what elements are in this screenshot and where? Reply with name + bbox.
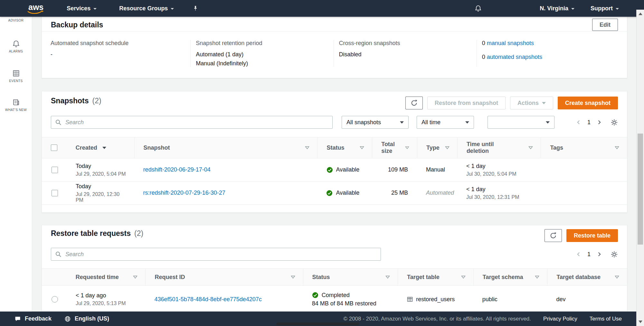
column-header-snapshot[interactable]: Snapshot xyxy=(134,137,317,158)
next-page-button[interactable] xyxy=(596,119,602,125)
column-header-tags[interactable]: Tags xyxy=(541,137,627,158)
nav-region-menu[interactable]: N. Virginia xyxy=(540,5,574,12)
gear-icon xyxy=(611,251,618,258)
nav-resource-groups-menu[interactable]: Resource Groups xyxy=(119,5,174,12)
create-snapshot-button[interactable]: Create snapshot xyxy=(558,97,618,109)
column-header-target-table[interactable]: Target table xyxy=(398,269,473,285)
current-page-number[interactable]: 1 xyxy=(587,119,591,126)
restore-title-group: Restore table requests (2) xyxy=(51,229,143,238)
terms-of-use-link[interactable]: Terms of Use xyxy=(590,316,622,322)
pin-shortcut-button[interactable] xyxy=(193,5,198,11)
sidebar-item-advisor[interactable]: ADVISOR xyxy=(0,19,32,22)
column-header-created[interactable]: Created xyxy=(67,137,134,158)
column-header-target-database[interactable]: Target database xyxy=(547,269,627,285)
deletion-relative: < 1 day xyxy=(466,186,533,193)
created-cell: Today Jul 29, 2020, 12:30 PM xyxy=(67,183,134,203)
snapshot-name-cell: rs:redshift-2020-07-29-16-30-27 xyxy=(134,190,317,196)
restore-table-header: Requested time Request ID Status Target … xyxy=(42,268,627,286)
row-checkbox[interactable] xyxy=(52,190,58,196)
row-select-cell xyxy=(42,190,67,196)
restore-search xyxy=(51,248,381,261)
manual-snapshots-link[interactable]: manual snapshots xyxy=(487,40,534,46)
status-cell: Available xyxy=(317,166,372,173)
horizontal-scrollbar-thumb[interactable] xyxy=(276,322,359,325)
chevron-down-icon xyxy=(616,8,619,10)
previous-page-button[interactable] xyxy=(576,251,582,257)
nav-support-menu[interactable]: Support xyxy=(591,5,619,12)
column-header-request-id[interactable]: Request ID xyxy=(145,269,303,285)
actions-dropdown-button[interactable]: Actions xyxy=(510,97,553,109)
row-select-cell xyxy=(42,296,67,303)
aws-logo-text: aws xyxy=(28,3,43,12)
language-selector[interactable]: English (US) xyxy=(64,315,109,322)
refresh-icon xyxy=(550,232,557,239)
feedback-button[interactable]: Feedback xyxy=(14,315,52,322)
sidebar-item-whats-new[interactable]: WHAT'S NEW xyxy=(0,98,32,112)
vertical-scrollbar-thumb[interactable] xyxy=(638,134,643,245)
row-radio[interactable] xyxy=(52,296,58,303)
automated-snapshots-link[interactable]: automated snapshots xyxy=(487,54,542,60)
chevron-down-icon xyxy=(546,121,550,124)
restore-from-snapshot-button[interactable]: Restore from snapshot xyxy=(427,97,506,109)
sidebar-item-alarms[interactable]: ALARMS xyxy=(0,40,32,53)
nav-region-label: N. Virginia xyxy=(540,5,568,12)
column-header-total-size[interactable]: Total size xyxy=(372,137,417,158)
column-header-status[interactable]: Status xyxy=(303,269,398,285)
manual-snapshots-count: 0 xyxy=(482,40,485,46)
refresh-button[interactable] xyxy=(405,97,423,109)
snapshot-type-filter-value: All snapshots xyxy=(346,119,381,126)
newspaper-icon xyxy=(12,98,20,106)
sort-caret-icon xyxy=(445,146,450,149)
aws-logo[interactable]: aws xyxy=(28,3,43,14)
column-header-requested-time[interactable]: Requested time xyxy=(67,269,146,285)
column-header-type[interactable]: Type xyxy=(417,137,457,158)
chevron-right-icon xyxy=(596,119,602,125)
notifications-button[interactable] xyxy=(475,5,482,12)
sort-caret-icon xyxy=(615,146,619,149)
manual-snapshots-line: 0 manual snapshots xyxy=(482,40,627,47)
sidebar-alarms-label: ALARMS xyxy=(9,50,23,53)
edit-button[interactable]: Edit xyxy=(592,19,618,31)
select-all-checkbox[interactable] xyxy=(51,144,57,151)
snapshot-link[interactable]: redshift-2020-06-29-17-04 xyxy=(143,166,211,173)
scroll-down-arrow-icon[interactable] xyxy=(639,321,642,323)
restore-table-button[interactable]: Restore table xyxy=(566,229,618,242)
privacy-policy-link[interactable]: Privacy Policy xyxy=(543,316,577,322)
nav-support-label: Support xyxy=(591,5,613,12)
vertical-scrollbar[interactable] xyxy=(636,10,644,326)
snapshot-type-filter-dropdown[interactable]: All snapshots xyxy=(342,116,409,129)
snapshot-link[interactable]: rs:redshift-2020-07-29-16-30-27 xyxy=(143,190,225,196)
sort-caret-icon xyxy=(133,275,137,279)
column-header-time-until-deletion[interactable]: Time until deletion xyxy=(457,137,541,158)
request-id-link[interactable]: 436ef501-5b78-484d-8ebf-ee775de4207c xyxy=(155,296,262,303)
restore-search-input[interactable] xyxy=(51,248,381,261)
created-relative: Today xyxy=(76,163,127,170)
previous-page-button[interactable] xyxy=(576,119,582,125)
snapshots-search-input[interactable] xyxy=(51,116,333,129)
bell-icon xyxy=(475,5,482,12)
column-header-status[interactable]: Status xyxy=(317,137,372,158)
cross-region-value: Disabled xyxy=(339,51,477,58)
request-id-header-label: Request ID xyxy=(155,274,185,281)
row-checkbox[interactable] xyxy=(52,167,58,173)
deletion-date: Jul 30, 2020, 5:04 PM xyxy=(466,171,533,177)
nav-services-menu[interactable]: Services xyxy=(67,5,97,12)
restore-settings-button[interactable] xyxy=(611,251,618,258)
chevron-left-icon xyxy=(576,251,582,257)
check-circle-icon xyxy=(312,292,318,298)
time-range-filter-dropdown[interactable]: All time xyxy=(417,116,474,129)
snapshots-search xyxy=(51,116,333,129)
time-until-deletion-header-label: Time until deletion xyxy=(467,141,503,154)
scroll-up-arrow-icon[interactable] xyxy=(639,13,642,15)
sort-caret-icon xyxy=(535,275,539,279)
refresh-button[interactable] xyxy=(545,229,562,242)
snapshots-settings-button[interactable] xyxy=(611,119,618,126)
current-page-number[interactable]: 1 xyxy=(587,251,591,258)
backup-col-schedule: Automated snapshot schedule - xyxy=(42,40,190,67)
column-header-target-schema[interactable]: Target schema xyxy=(473,269,547,285)
empty-filter-dropdown[interactable] xyxy=(488,116,554,129)
next-page-button[interactable] xyxy=(596,251,602,257)
search-icon xyxy=(55,119,62,127)
chevron-down-icon xyxy=(542,102,546,104)
sidebar-item-events[interactable]: EVENTS xyxy=(0,70,32,83)
